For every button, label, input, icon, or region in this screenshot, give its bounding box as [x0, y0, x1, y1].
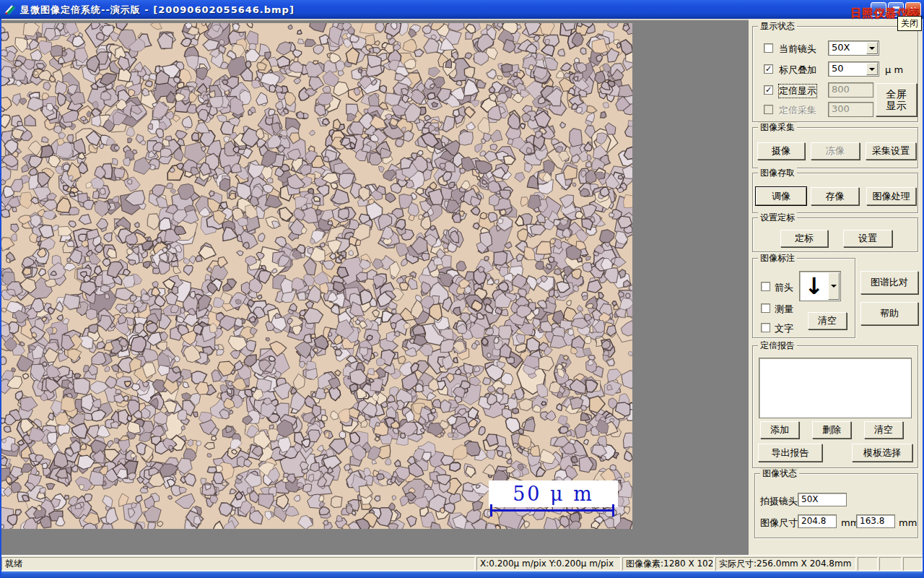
scalebar-box: 50 μ m [489, 480, 618, 507]
arrow-down-glyph: ↓ [800, 272, 829, 301]
status-empty-3 [903, 557, 923, 571]
help-button[interactable]: 帮助 [860, 302, 918, 325]
status-empty-1 [858, 557, 878, 571]
group-calibration: 设置定标 定标 设置 [752, 217, 918, 252]
chevron-down-icon[interactable] [866, 42, 878, 54]
status-bar: 就绪 X:0.200μ m/pix Y:0.200μ m/pix 图像像素:12… [0, 555, 924, 571]
current-lens-value: 50X [832, 42, 850, 53]
scale-overlay-label: 标尺叠加 [779, 64, 816, 77]
text-checkbox[interactable] [761, 323, 770, 332]
size-label: 图像尺寸 [760, 517, 798, 530]
save-image-button[interactable]: 存像 [811, 187, 859, 205]
scale-overlay-checkbox[interactable] [764, 64, 773, 74]
group-image-capture-title: 图像采集 [758, 122, 797, 132]
group-image-storage-title: 图像存取 [758, 168, 797, 178]
annotation-clear-button[interactable]: 清空 [808, 312, 847, 329]
status-empty-2 [879, 557, 902, 571]
shoot-button[interactable]: 摄像 [757, 142, 805, 160]
arrow-style-picker[interactable]: ↓ [799, 271, 841, 301]
report-delete-button[interactable]: 删除 [812, 421, 851, 439]
fixed-display-label: 定倍显示 [779, 85, 816, 98]
image-width-field: 204.8 [798, 514, 837, 528]
title-bar: 显微图像定倍系统--演示版 - [20090602055646.bmp] ✕ [0, 0, 924, 19]
fullscreen-button[interactable]: 全屏 显示 [876, 83, 917, 116]
scalebar-label: 50 μ m [513, 483, 594, 505]
scalebar-tick-left [490, 504, 492, 517]
report-template-button[interactable]: 模板选择 [852, 444, 912, 462]
scale-overlay-unit: μ m [885, 64, 903, 75]
group-image-status: 图像状态 拍摄镜头 50X 图像尺寸 204.8 mm 163.8 mm [754, 473, 918, 538]
group-report: 定倍报告 添加 删除 清空 导出报告 模板选择 [752, 345, 918, 468]
report-clear-button[interactable]: 清空 [864, 421, 903, 439]
scalebar-line [490, 509, 614, 512]
load-image-button[interactable]: 调像 [756, 187, 806, 205]
fixed-capture-label: 定倍采集 [779, 104, 816, 117]
scale-overlay-value: 50 [832, 63, 844, 74]
group-annotation-title: 图像标注 [758, 253, 797, 263]
calibrate-button[interactable]: 定标 [780, 230, 828, 247]
measure-checkbox[interactable] [761, 303, 770, 313]
image-process-button[interactable]: 图像处理 [866, 187, 916, 205]
group-calibration-title: 设置定标 [758, 212, 797, 223]
report-add-button[interactable]: 添加 [760, 421, 799, 439]
group-report-title: 定倍报告 [758, 340, 797, 350]
chevron-down-icon[interactable] [828, 272, 840, 300]
measure-label: 测量 [775, 303, 793, 316]
close-tooltip: 关闭 [897, 16, 922, 31]
status-actual-size: 实际尺寸:256.0mm X 204.8mm [715, 557, 856, 571]
close-button[interactable]: ✕ [905, 2, 921, 17]
group-display-status: 显示状态 当前镜头 50X 标尺叠加 50 μ m 定倍显示 800 全屏 显示… [752, 26, 918, 122]
fixed-capture-checkbox [764, 105, 773, 114]
status-resolution: X:0.200μ m/pix Y:0.200μ m/pix [476, 557, 621, 571]
restore-button[interactable] [888, 2, 904, 17]
control-panel: 显示状态 当前镜头 50X 标尺叠加 50 μ m 定倍显示 800 全屏 显示… [749, 19, 924, 555]
status-pixels: 图像像素:1280 X 1024 [622, 557, 714, 571]
lens-field: 50X [798, 493, 847, 506]
height-unit: mm [899, 517, 917, 528]
restore-icon [893, 7, 899, 12]
text-label: 文字 [775, 322, 793, 335]
group-image-storage: 图像存取 调像 存像 图像处理 [752, 173, 918, 213]
group-annotation: 图像标注 箭头 测量 文字 ↓ 清空 [752, 258, 855, 338]
micrograph-image [1, 23, 632, 529]
current-lens-label: 当前镜头 [779, 43, 816, 56]
fixed-display-checkbox[interactable] [764, 85, 773, 95]
capture-settings-button[interactable]: 采集设置 [866, 142, 916, 160]
minimize-icon [876, 12, 881, 14]
group-display-status-title: 显示状态 [758, 21, 797, 31]
atlas-compare-button[interactable]: 图谱比对 [860, 271, 918, 294]
freeze-button: 冻像 [811, 142, 860, 160]
window-title: 显微图像定倍系统--演示版 - [20090602055646.bmp] [20, 4, 295, 17]
arrow-checkbox[interactable] [761, 282, 770, 291]
window-edge-left [0, 0, 1, 578]
current-lens-checkbox[interactable] [764, 43, 773, 53]
calibration-settings-button[interactable]: 设置 [843, 230, 892, 247]
close-icon: ✕ [910, 5, 916, 14]
chevron-down-icon[interactable] [866, 63, 878, 75]
fixed-display-field: 800 [828, 82, 873, 98]
report-export-button[interactable]: 导出报告 [758, 444, 822, 462]
fixed-capture-field: 300 [828, 102, 873, 117]
minimize-button[interactable] [871, 2, 886, 17]
scale-overlay-combobox[interactable]: 50 [828, 61, 879, 77]
status-ready: 就绪 [1, 557, 475, 571]
app-icon [4, 4, 16, 15]
lens-label: 拍摄镜头 [760, 495, 798, 508]
current-lens-combobox[interactable]: 50X [828, 40, 879, 56]
group-image-status-title: 图像状态 [760, 468, 799, 478]
report-listbox[interactable] [759, 358, 912, 418]
arrow-label: 箭头 [775, 281, 793, 294]
image-height-field: 163.8 [856, 514, 895, 528]
scalebar-tick-right [612, 504, 614, 517]
group-image-capture: 图像采集 摄像 冻像 采集设置 [752, 127, 918, 168]
taskbar-edge [0, 571, 924, 578]
